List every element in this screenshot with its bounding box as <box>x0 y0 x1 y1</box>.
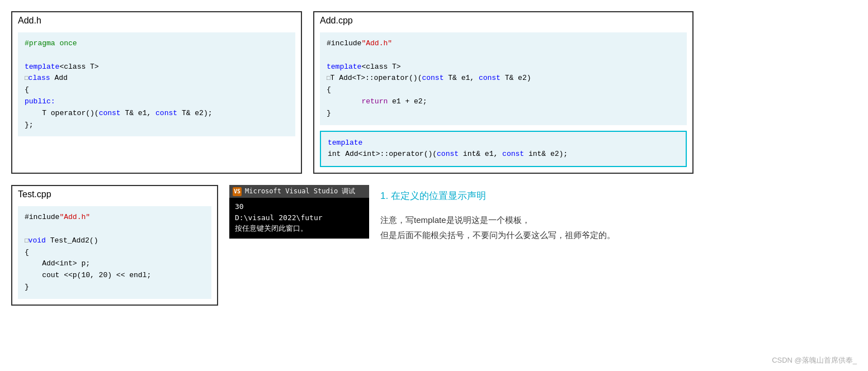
vs-icon: VS <box>233 187 242 196</box>
test-cpp-code: #include"Add.h" □void Test_Add2() { Add<… <box>18 206 211 299</box>
pragma-line: #pragma once <box>25 39 77 47</box>
add-cpp-code: #include"Add.h" template<class T> □T Add… <box>320 32 687 125</box>
template-kw-1: template <box>25 63 59 71</box>
page-container: Add.h #pragma once template<class T> □cl… <box>0 0 868 371</box>
test-cpp-title: Test.cpp <box>12 186 217 202</box>
class-kw: class <box>29 74 50 82</box>
vs-title: Microsoft Visual Studio 调试 <box>245 187 355 196</box>
vs-output-line2: D:\visaul 2022\futur <box>235 212 364 223</box>
annotation-note: 注意，写template是说明这是一个模板， 但是后面不能根尖括号，不要问为什么… <box>380 212 615 242</box>
bottom-row: Test.cpp #include"Add.h" □void Test_Add2… <box>11 185 857 306</box>
right-annotation-panel: VS Microsoft Visual Studio 调试 30 D:\visa… <box>229 185 857 306</box>
annotation-text-block: 1. 在定义的位置显示声明 注意，写template是说明这是一个模板， 但是后… <box>380 185 615 242</box>
note-line1: 注意，写template是说明这是一个模板， <box>380 215 530 225</box>
template-highlight-box: template int Add<int>::operator()(const … <box>320 131 687 168</box>
test-cpp-panel: Test.cpp #include"Add.h" □void Test_Add2… <box>11 185 218 306</box>
vs-debug-window: VS Microsoft Visual Studio 调试 30 D:\visa… <box>229 185 369 239</box>
vs-output-line1: 30 <box>235 201 364 212</box>
vs-output-line3: 按任意键关闭此窗口。 <box>235 223 364 234</box>
watermark: CSDN @落魄山首席供奉_ <box>772 355 857 365</box>
vs-window: VS Microsoft Visual Studio 调试 30 D:\visa… <box>229 185 369 239</box>
add-h-title: Add.h <box>12 12 301 28</box>
add-h-panel: Add.h #pragma once template<class T> □cl… <box>11 11 302 174</box>
vs-content: 30 D:\visaul 2022\futur 按任意键关闭此窗口。 <box>229 198 369 239</box>
top-row: Add.h #pragma once template<class T> □cl… <box>11 11 857 174</box>
bottom-right-area: VS Microsoft Visual Studio 调试 30 D:\visa… <box>229 185 857 242</box>
public-kw: public: <box>25 97 55 106</box>
template-kw-highlight: template <box>328 139 362 147</box>
vs-titlebar: VS Microsoft Visual Studio 调试 <box>229 185 369 198</box>
add-cpp-panel: Add.cpp #include"Add.h" template<class T… <box>313 11 694 174</box>
add-h-code: #pragma once template<class T> □class Ad… <box>18 32 295 136</box>
template-kw-2: template <box>327 63 361 71</box>
add-cpp-title: Add.cpp <box>314 12 692 28</box>
annotation-title: 1. 在定义的位置显示声明 <box>380 189 615 202</box>
note-line2: 但是后面不能根尖括号，不要问为什么要这么写，祖师爷定的。 <box>380 230 615 240</box>
